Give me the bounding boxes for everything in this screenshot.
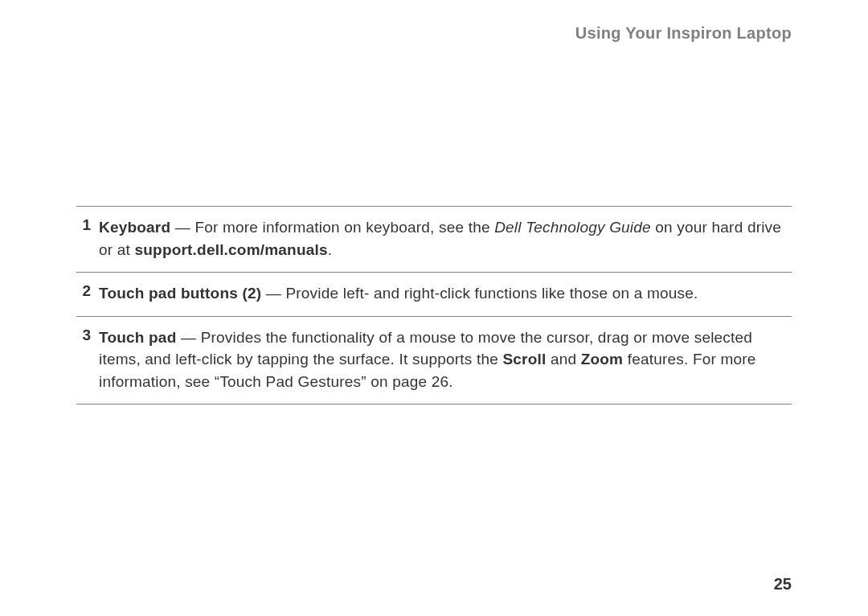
list-item: 2 Touch pad buttons (2) — Provide left- … — [76, 272, 792, 316]
item-label: Touch pad buttons (2) — [99, 285, 261, 302]
item-bold3: Zoom — [581, 351, 624, 368]
item-pre: For more information on keyboard, see th… — [194, 219, 494, 236]
item-number: 1 — [76, 216, 99, 234]
item-post: . — [328, 241, 332, 258]
item-text: Keyboard — For more information on keybo… — [99, 216, 792, 261]
feature-list: 1 Keyboard — For more information on key… — [76, 206, 792, 405]
list-item: 3 Touch pad — Provides the functionality… — [76, 316, 792, 405]
page-number: 25 — [774, 575, 792, 593]
item-sep: — — [176, 329, 200, 346]
item-label: Touch pad — [99, 329, 176, 346]
item-number: 2 — [76, 282, 99, 300]
item-label: Keyboard — [99, 219, 170, 236]
item-text: Touch pad — Provides the functionality o… — [99, 326, 792, 393]
item-text: Touch pad buttons (2) — Provide left- an… — [99, 282, 792, 305]
item-bold2: support.dell.com/manuals — [135, 241, 328, 258]
item-bold2: Scroll — [502, 351, 546, 368]
item-mid: and — [546, 351, 580, 368]
item-pre: Provide left- and right-click functions … — [285, 285, 698, 302]
page-header-title: Using Your Inspiron Laptop — [575, 24, 792, 43]
list-item: 1 Keyboard — For more information on key… — [76, 206, 792, 272]
item-sep: — — [170, 219, 194, 236]
item-number: 3 — [76, 326, 99, 344]
item-italic: Dell Technology Guide — [494, 219, 651, 236]
item-sep: — — [261, 285, 285, 302]
